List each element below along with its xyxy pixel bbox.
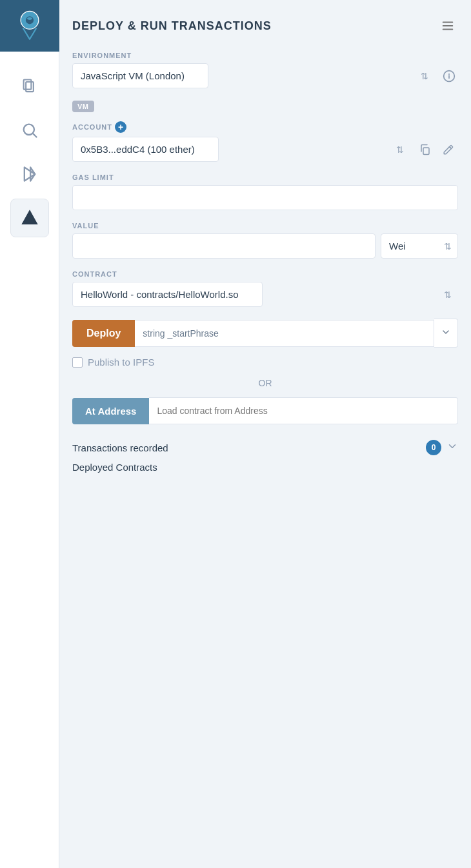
- deployed-contracts-section: Deployed Contracts: [72, 462, 458, 473]
- environment-label: ENVIRONMENT: [72, 52, 458, 59]
- account-label: ACCOUNT: [72, 123, 112, 131]
- main-content: DEPLOY & RUN TRANSACTIONS ENVIRONMENT Ja…: [59, 0, 471, 868]
- account-select[interactable]: 0x5B3...eddC4 (100 ether): [72, 137, 219, 162]
- account-select-wrapper: 0x5B3...eddC4 (100 ether) ⇅: [72, 137, 410, 162]
- deploy-button[interactable]: Deploy: [72, 320, 135, 347]
- value-input[interactable]: 0: [72, 233, 376, 259]
- sidebar-item-deploy[interactable]: [10, 199, 49, 237]
- transactions-row[interactable]: Transactions recorded 0: [72, 440, 458, 455]
- transactions-right: 0: [426, 440, 458, 455]
- publish-row: Publish to IPFS: [72, 357, 458, 368]
- transactions-count-badge: 0: [426, 440, 441, 455]
- value-group: VALUE 0 Wei Gwei Finney Ether ⇅: [72, 222, 458, 259]
- contract-select-wrapper: HelloWorld - contracts/HelloWorld.so ⇅: [72, 282, 458, 307]
- account-actions: [416, 140, 458, 159]
- account-label-row: ACCOUNT +: [72, 121, 458, 133]
- menu-icon: [441, 19, 455, 33]
- or-divider: OR: [72, 378, 458, 388]
- copy-account-button[interactable]: [416, 140, 435, 159]
- svg-rect-3: [26, 82, 34, 92]
- at-address-button[interactable]: At Address: [72, 398, 149, 424]
- svg-marker-6: [30, 168, 35, 181]
- environment-info-button[interactable]: [440, 67, 458, 85]
- sidebar-logo: [0, 0, 59, 52]
- unit-select-wrapper: Wei Gwei Finney Ether ⇅: [381, 233, 458, 259]
- info-icon: [443, 70, 456, 83]
- contract-group: CONTRACT HelloWorld - contracts/HelloWor…: [72, 270, 458, 307]
- svg-rect-11: [443, 29, 454, 30]
- at-address-row: At Address: [72, 397, 458, 424]
- files-icon: [21, 77, 39, 95]
- value-label: VALUE: [72, 222, 458, 230]
- gas-limit-group: GAS LIMIT 3000000: [72, 173, 458, 210]
- svg-rect-10: [443, 25, 454, 26]
- svg-rect-2: [23, 80, 31, 90]
- environment-group: ENVIRONMENT JavaScript VM (London) ⇅: [72, 52, 458, 88]
- account-select-arrow-icon: ⇅: [396, 144, 404, 155]
- contract-select-arrow-icon: ⇅: [444, 290, 452, 300]
- edit-icon: [443, 144, 454, 155]
- remix-logo-icon: [13, 9, 46, 43]
- vm-badge: VM: [72, 101, 94, 112]
- environment-select[interactable]: JavaScript VM (London): [72, 63, 208, 88]
- environment-select-wrapper: JavaScript VM (London) ⇅: [72, 63, 458, 88]
- contract-label: CONTRACT: [72, 270, 458, 278]
- chevron-down-icon: [446, 440, 458, 452]
- contract-select[interactable]: HelloWorld - contracts/HelloWorld.so: [72, 282, 263, 307]
- sidebar-item-compile[interactable]: [10, 155, 49, 193]
- page-title: DEPLOY & RUN TRANSACTIONS: [72, 19, 272, 33]
- sidebar-item-files[interactable]: [10, 67, 49, 106]
- at-address-input[interactable]: [149, 397, 458, 424]
- gas-limit-label: GAS LIMIT: [72, 173, 458, 181]
- search-icon: [21, 121, 39, 139]
- account-group: ACCOUNT + 0x5B3...eddC4 (100 ether) ⇅: [72, 121, 458, 162]
- copy-icon: [419, 144, 431, 155]
- compile-icon: [21, 165, 39, 183]
- deploy-expand-button[interactable]: [434, 319, 458, 348]
- transactions-label: Transactions recorded: [72, 442, 168, 453]
- publish-checkbox[interactable]: [72, 357, 83, 368]
- menu-button[interactable]: [437, 15, 458, 36]
- deployed-contracts-label: Deployed Contracts: [72, 462, 157, 473]
- svg-rect-9: [443, 22, 454, 23]
- publish-label[interactable]: Publish to IPFS: [88, 357, 154, 368]
- account-row: 0x5B3...eddC4 (100 ether) ⇅: [72, 137, 458, 162]
- gas-limit-input[interactable]: 3000000: [72, 185, 458, 210]
- edit-account-button[interactable]: [439, 140, 458, 159]
- sidebar: [0, 0, 59, 868]
- chevron-down-icon: [441, 327, 451, 337]
- transactions-expand-icon: [446, 440, 458, 455]
- unit-select[interactable]: Wei Gwei Finney Ether: [381, 233, 458, 259]
- deploy-row: Deploy string _startPhrase: [72, 319, 458, 348]
- deploy-params: string _startPhrase: [135, 320, 434, 347]
- add-account-button[interactable]: +: [115, 121, 126, 133]
- environment-select-arrow-icon: ⇅: [421, 71, 428, 81]
- value-row: 0 Wei Gwei Finney Ether ⇅: [72, 233, 458, 259]
- page-header: DEPLOY & RUN TRANSACTIONS: [72, 15, 458, 36]
- svg-rect-13: [423, 148, 429, 155]
- deploy-icon: [21, 209, 39, 227]
- sidebar-item-search[interactable]: [10, 111, 49, 150]
